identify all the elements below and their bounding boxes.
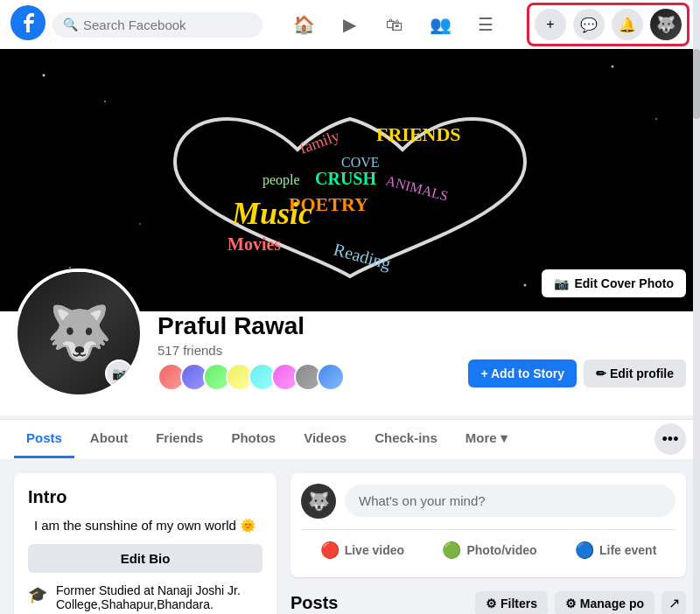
video-icon: ▶: [343, 14, 356, 35]
notifications-btn[interactable]: 🔔: [612, 9, 643, 40]
add-to-story-btn[interactable]: + Add to Story: [468, 359, 577, 387]
work-item: 🎓 Former Studied at Nanaji Joshi Jr. Col…: [28, 583, 262, 611]
edit-bio-btn[interactable]: Edit Bio: [28, 544, 262, 573]
groups-icon: 👥: [430, 14, 452, 35]
search-icon: 🔍: [63, 17, 78, 31]
home-nav-btn[interactable]: 🏠: [283, 3, 325, 45]
profile-actions: + Add to Story ✏ Edit profile: [468, 359, 686, 398]
nav-right-actions: + 💬 🔔 🐺: [527, 3, 690, 46]
messenger-icon: 💬: [580, 17, 598, 33]
edit-profile-btn[interactable]: ✏ Edit profile: [584, 359, 686, 387]
svg-text:Movies: Movies: [228, 234, 281, 254]
svg-text:CRUSH: CRUSH: [315, 169, 376, 188]
svg-point-3: [104, 101, 106, 102]
groups-nav-btn[interactable]: 👥: [419, 3, 461, 45]
tab-posts[interactable]: Posts: [14, 420, 74, 458]
tab-photos[interactable]: Photos: [219, 420, 288, 458]
tab-videos[interactable]: Videos: [291, 420, 359, 458]
messenger-btn[interactable]: 💬: [573, 9, 605, 40]
live-video-label: Live video: [345, 543, 404, 557]
intro-title: Intro: [28, 487, 262, 507]
profile-avatar: 🐺 📷: [14, 269, 144, 398]
posts-section-title: Posts: [290, 593, 338, 613]
tab-friends[interactable]: Friends: [144, 420, 215, 458]
edit-cover-photo-btn[interactable]: 📷 Edit Cover Photo: [542, 269, 686, 297]
posts-actions: ⚙ Filters ⚙ Manage po ↗: [475, 591, 686, 614]
life-event-label: Life event: [599, 543, 656, 557]
nav-center: 🏠 ▶ 🛍 👥 ☰: [262, 3, 527, 45]
home-icon: 🏠: [293, 14, 315, 35]
manage-posts-label: ⚙ Manage po: [565, 597, 644, 611]
right-column: 🐺 What's on your mind? 🔴 Live video 🟢 Ph…: [290, 473, 686, 614]
bell-icon: 🔔: [619, 17, 636, 33]
cover-section: family FRIENDS COVE ANIMALS people CRUSH…: [0, 49, 700, 311]
main-content: Intro I am the sunshine of my own world …: [0, 459, 700, 614]
menu-icon: ☰: [478, 14, 494, 35]
work-text: Former Studied at Nanaji Joshi Jr. Colle…: [56, 583, 262, 611]
tab-checkins[interactable]: Check-ins: [362, 420, 450, 458]
edit-bio-label: Edit Bio: [121, 551, 171, 566]
profile-top-row: 🐺 📷 Praful Rawal 517 friends + Add to St…: [14, 311, 686, 398]
external-link-btn[interactable]: ↗: [662, 591, 686, 614]
bio-text: I am the sunshine of my own world 🌞: [28, 518, 262, 534]
tab-more-dots-btn[interactable]: •••: [654, 423, 686, 455]
live-video-icon: 🔴: [320, 541, 340, 560]
post-actions-row: 🔴 Live video 🟢 Photo/video 🔵 Life event: [301, 530, 676, 567]
intro-card: Intro I am the sunshine of my own world …: [14, 473, 276, 614]
life-event-icon: 🔵: [575, 541, 594, 560]
manage-posts-btn[interactable]: ⚙ Manage po: [555, 591, 654, 614]
post-input-row: 🐺 What's on your mind?: [301, 484, 676, 530]
camera-icon: 📷: [554, 276, 569, 290]
svg-point-8: [139, 223, 141, 225]
svg-point-2: [43, 74, 46, 77]
store-nav-btn[interactable]: 🛍: [374, 3, 416, 45]
scrollbar[interactable]: [693, 0, 700, 614]
search-input[interactable]: [83, 17, 252, 32]
plus-icon: +: [546, 17, 554, 32]
profile-name-area: Praful Rawal 517 friends: [158, 311, 454, 398]
profile-name: Praful Rawal: [158, 311, 454, 341]
video-nav-btn[interactable]: ▶: [328, 3, 370, 45]
avatar-camera-btn[interactable]: 📷: [105, 359, 133, 387]
post-box: 🐺 What's on your mind? 🔴 Live video 🟢 Ph…: [290, 473, 686, 577]
svg-text:Music: Music: [231, 196, 312, 231]
edit-cover-label: Edit Cover Photo: [574, 276, 674, 290]
profile-section: 🐺 📷 Praful Rawal 517 friends + Add to St…: [0, 311, 700, 415]
tab-more[interactable]: More ▾: [453, 420, 520, 459]
photo-video-label: Photo/video: [466, 543, 536, 557]
svg-text:people: people: [262, 172, 300, 188]
facebook-logo[interactable]: [10, 5, 46, 44]
top-nav: 🔍 🏠 ▶ 🛍 👥 ☰ + 💬 🔔 🐺: [0, 0, 700, 49]
svg-text:FRIENDS: FRIENDS: [376, 123, 461, 145]
svg-text:COVE: COVE: [341, 155, 380, 170]
menu-nav-btn[interactable]: ☰: [465, 3, 507, 45]
tab-about[interactable]: About: [78, 420, 140, 458]
post-input[interactable]: What's on your mind?: [345, 485, 676, 517]
friend-avatar-8: [317, 363, 345, 391]
camera-icon-small: 📷: [112, 366, 127, 380]
filters-btn[interactable]: ⚙ Filters: [475, 591, 548, 614]
friend-avatars-row: [158, 363, 454, 391]
left-column: Intro I am the sunshine of my own world …: [14, 473, 276, 614]
svg-point-6: [524, 284, 527, 287]
scrollbar-thumb[interactable]: [693, 49, 700, 119]
photo-video-btn[interactable]: 🟢 Photo/video: [431, 534, 547, 567]
svg-point-4: [612, 66, 614, 68]
user-avatar-nav[interactable]: 🐺: [650, 9, 682, 40]
external-icon: ↗: [668, 595, 680, 611]
search-box[interactable]: 🔍: [52, 12, 262, 38]
create-plus-btn[interactable]: +: [535, 9, 566, 40]
photo-video-icon: 🟢: [442, 541, 461, 560]
friends-count: 517 friends: [158, 343, 454, 358]
post-placeholder: What's on your mind?: [359, 493, 486, 508]
store-icon: 🛍: [386, 15, 403, 35]
dots-icon: •••: [662, 430, 679, 449]
live-video-btn[interactable]: 🔴 Live video: [310, 534, 415, 567]
nav-left: 🔍: [10, 5, 262, 44]
edit-profile-label: ✏ Edit profile: [596, 366, 674, 380]
posts-header: Posts ⚙ Filters ⚙ Manage po ↗: [290, 591, 686, 614]
filters-label: ⚙ Filters: [486, 597, 537, 611]
life-event-btn[interactable]: 🔵 Life event: [564, 534, 667, 567]
svg-point-5: [655, 118, 657, 120]
add-story-label: + Add to Story: [480, 366, 564, 380]
